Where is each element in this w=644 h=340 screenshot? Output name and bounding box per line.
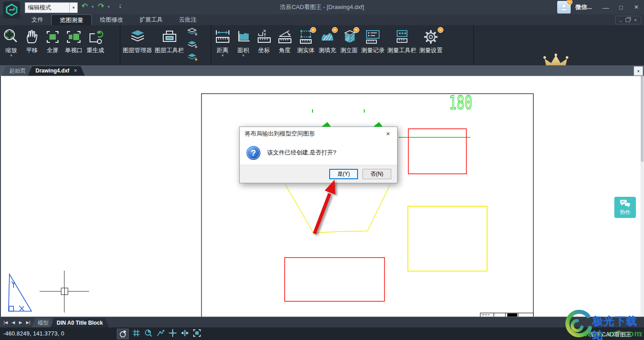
measure-hatch-button[interactable]: 测填充 V bbox=[317, 26, 338, 54]
measure-record-button[interactable]: 测量记录 bbox=[360, 26, 386, 54]
yes-button[interactable]: 是(Y) bbox=[329, 169, 358, 179]
vip-badge-icon: V bbox=[353, 27, 359, 33]
measure-record-icon bbox=[363, 27, 383, 47]
mdi-window-controls: _ × bbox=[615, 16, 641, 24]
maximize-button[interactable]: □ bbox=[613, 0, 629, 14]
next-layout-icon[interactable]: ▶ bbox=[19, 320, 22, 325]
layout-tab-bar: |◀ ◀ ▶ ▶| 模型 DIN A0 Title Block bbox=[0, 317, 644, 328]
red-rectangle bbox=[408, 129, 466, 174]
menu-tab-draw-modify[interactable]: 绘图修改 bbox=[92, 14, 131, 25]
mdi-close-icon[interactable]: × bbox=[634, 18, 637, 23]
object-snap-icon[interactable] bbox=[168, 329, 177, 339]
layer-manager-button[interactable]: 图层管理器 bbox=[121, 26, 153, 54]
area-icon bbox=[234, 27, 252, 47]
yellow-rectangle bbox=[408, 206, 487, 271]
redo-icon[interactable] bbox=[97, 3, 105, 11]
cursor-coordinates: -460.8249, 141.3773, 0 bbox=[3, 331, 64, 337]
close-button[interactable]: × bbox=[629, 0, 644, 14]
measure-elevation-button[interactable]: 测立面 V bbox=[338, 26, 360, 54]
no-button[interactable]: 否(N) bbox=[362, 169, 391, 179]
collaboration-button[interactable]: 协作 bbox=[614, 197, 636, 218]
ribbon: 缩放 ▾ 平移 全屏 bbox=[0, 25, 644, 66]
zoom-button[interactable]: 缩放 ▾ bbox=[1, 26, 22, 58]
undo-dropdown-icon[interactable]: ▾ bbox=[92, 5, 94, 9]
measure-toolbar-button[interactable]: 测量工具栏 bbox=[386, 26, 418, 54]
vip-badge-icon: V bbox=[310, 27, 316, 33]
layer-state-icon[interactable] bbox=[187, 40, 198, 51]
vip-badge-icon: V bbox=[438, 27, 443, 33]
layer-state-icon[interactable] bbox=[187, 27, 198, 39]
collaboration-label: 协作 bbox=[620, 209, 631, 216]
status-bar: -460.8249, 141.3773, 0 bbox=[0, 327, 644, 340]
question-icon: ? bbox=[246, 145, 261, 160]
measure-entity-button[interactable]: 测实体 V bbox=[295, 26, 317, 54]
menu-tab-view-measure[interactable]: 览图测量 bbox=[51, 14, 92, 25]
wechat-label[interactable]: 微信... bbox=[575, 3, 592, 11]
chevron-down-icon: ▾ bbox=[69, 3, 77, 13]
angle-button[interactable]: 角度 bbox=[274, 26, 295, 54]
menu-tab-file[interactable]: 文件 bbox=[23, 14, 51, 25]
distance-button[interactable]: 距离 ▾ bbox=[212, 26, 233, 58]
selection-cycling-icon[interactable] bbox=[192, 329, 201, 339]
prev-layout-icon[interactable]: ◀ bbox=[12, 320, 15, 325]
measure-settings-button[interactable]: 测量设置 V bbox=[418, 26, 444, 54]
title-block bbox=[480, 313, 533, 317]
zoom-state-icon[interactable] bbox=[144, 329, 153, 339]
mode-select-dropdown[interactable]: 编辑模式 ▾ bbox=[25, 2, 78, 13]
chevron-down-icon[interactable]: ▾ bbox=[222, 54, 224, 57]
fullscreen-button[interactable]: 全屏 bbox=[42, 26, 63, 54]
pan-button[interactable]: 平移 bbox=[22, 26, 42, 54]
layer-state-icon[interactable] bbox=[187, 53, 198, 64]
wechat-avatar[interactable]: V bbox=[557, 1, 571, 14]
snap-tracking-icon[interactable] bbox=[180, 329, 189, 339]
menu-tab-cloud-annotation[interactable]: 云批注 bbox=[171, 14, 205, 25]
watermark-logo-icon bbox=[560, 310, 594, 340]
ucs-toggle-icon[interactable] bbox=[117, 329, 129, 339]
app-logo-icon[interactable] bbox=[3, 1, 20, 18]
chevron-down-icon[interactable]: ▾ bbox=[10, 54, 13, 57]
dimension-text: 180 bbox=[449, 92, 472, 113]
crosshair-cursor bbox=[40, 271, 89, 313]
red-rectangle bbox=[285, 258, 385, 301]
scrollbar-thumb[interactable] bbox=[641, 76, 644, 162]
regen-button[interactable]: 重生成 bbox=[85, 26, 106, 54]
svg-text:?: ? bbox=[251, 148, 256, 158]
tab-drawing4[interactable]: Drawing4.dxf× bbox=[28, 66, 85, 76]
dialog-close-icon[interactable]: × bbox=[379, 127, 397, 140]
menu-bar: 文件 览图测量 绘图修改 扩展工具 云批注 _ × bbox=[0, 14, 644, 25]
chevron-down-icon[interactable]: ▾ bbox=[242, 54, 245, 57]
last-layout-icon[interactable]: ▶| bbox=[26, 320, 30, 325]
tab-close-icon[interactable]: × bbox=[74, 68, 77, 74]
tab-din-a0-title-block[interactable]: DIN A0 Title Block bbox=[50, 318, 109, 328]
mode-select-value: 编辑模式 bbox=[25, 4, 69, 12]
layer-toolbar-button[interactable]: 图层工具栏 bbox=[153, 26, 185, 54]
document-tab-bar: 起始页 Drawing4.dxf× ▾ bbox=[0, 65, 644, 76]
mdi-minimize-icon[interactable]: _ bbox=[619, 17, 622, 22]
fullscreen-icon bbox=[44, 27, 62, 47]
vip-badge-icon: V bbox=[332, 27, 338, 33]
minimize-button[interactable]: — bbox=[598, 0, 613, 14]
measure-toolbar-icon bbox=[392, 27, 412, 47]
first-layout-icon[interactable]: |◀ bbox=[4, 320, 8, 325]
quick-access-customize-icon[interactable]: ▾ bbox=[119, 5, 121, 9]
dialog-title: 将布局输出到模型空间图形 bbox=[240, 127, 397, 140]
yellow-trapezoid bbox=[286, 185, 390, 233]
redo-dropdown-icon[interactable]: ▾ bbox=[108, 5, 110, 9]
coordinate-button[interactable]: 坐标 bbox=[254, 26, 274, 54]
undo-icon[interactable] bbox=[81, 3, 89, 11]
viewport-icon bbox=[64, 27, 83, 47]
mdi-restore-icon[interactable] bbox=[626, 18, 630, 22]
grid-toggle-icon[interactable] bbox=[132, 329, 141, 339]
area-button[interactable]: 面积 ▾ bbox=[233, 26, 254, 58]
tab-list-dropdown[interactable]: ▾ bbox=[634, 66, 643, 76]
vertical-scrollbar[interactable] bbox=[640, 76, 644, 317]
dialog-message: 该文件已经创建,是否打开? bbox=[267, 149, 336, 157]
drawing-canvas[interactable]: 180 bbox=[0, 76, 644, 317]
single-viewport-button[interactable]: 单视口 bbox=[63, 26, 85, 54]
polyline-snap-icon[interactable] bbox=[156, 329, 165, 339]
zoom-icon bbox=[2, 27, 20, 47]
title-bar: 编辑模式 ▾ ▾ ▾ ▾ 浩辰CAD看图王 - [Drawing4.dxf] V… bbox=[0, 0, 644, 14]
cad-drawing: 180 bbox=[1, 76, 644, 317]
menu-tab-extended-tools[interactable]: 扩展工具 bbox=[131, 14, 171, 25]
vip-badge-icon: V bbox=[567, 0, 572, 5]
